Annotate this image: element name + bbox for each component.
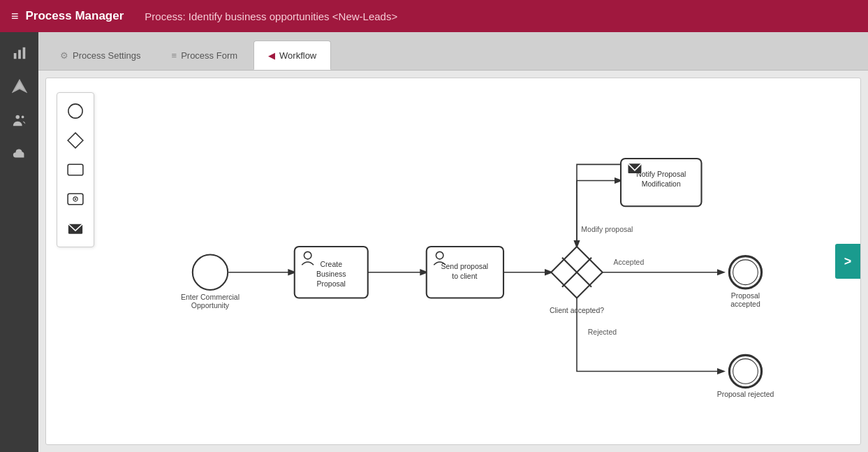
svg-point-4 [15,115,20,119]
start-event-node [193,255,228,290]
svg-point-11 [75,198,76,200]
svg-text:Opportunity: Opportunity [191,301,230,309]
task-tool[interactable] [63,157,88,182]
tab-process-settings[interactable]: ⚙ Process Settings [45,41,156,70]
svg-text:accepted: accepted [730,300,760,308]
topbar: ≡ Process Manager Process: Identify busi… [0,0,868,32]
svg-text:Create: Create [320,260,342,268]
svg-text:Send proposal: Send proposal [441,262,488,270]
svg-rect-0 [13,53,16,59]
svg-text:Business: Business [316,270,346,278]
process-title: Process: Identify business opportunities… [145,10,397,22]
sidebar-item-navigation[interactable] [4,71,35,102]
tabs-bar: ⚙ Process Settings ≡ Process Form ◀ Work… [38,32,868,71]
main-layout: ⚙ Process Settings ≡ Process Form ◀ Work… [0,32,868,452]
toolbox [57,92,94,247]
start-event-tool[interactable] [63,99,88,124]
svg-text:Modification: Modification [642,180,681,188]
svg-rect-2 [22,48,25,59]
workflow-canvas: Accepted Rejected Modify proposal Enter … [45,78,861,445]
svg-text:to client: to client [452,272,477,280]
app-title: Process Manager [26,9,124,23]
expand-panel-button[interactable]: > [835,244,860,279]
svg-text:Client accepted?: Client accepted? [550,306,604,314]
sidebar [0,32,38,452]
svg-rect-8 [68,164,83,175]
svg-point-5 [21,116,24,119]
svg-text:Accepted: Accepted [614,258,645,266]
svg-point-36 [733,260,758,285]
tab-process-form-label: Process Form [181,50,237,61]
hamburger-menu[interactable]: ≡ [11,9,19,24]
tab-workflow[interactable]: ◀ Workflow [253,41,331,70]
tab-process-form[interactable]: ≡ Process Form [157,41,253,70]
svg-marker-3 [13,80,25,92]
svg-text:Proposal: Proposal [731,291,760,300]
gateway-tool[interactable] [63,128,88,153]
bpmn-diagram: Accepted Rejected Modify proposal Enter … [98,85,850,437]
chevron-right-icon: > [844,254,852,269]
svg-text:Enter Commercial: Enter Commercial [181,293,240,301]
svg-text:Modify proposal: Modify proposal [581,225,633,233]
message-task-tool[interactable] [63,216,88,241]
svg-rect-1 [18,50,21,59]
svg-text:Proposal: Proposal [317,279,346,288]
workflow-icon: ◀ [268,50,275,61]
svg-text:Notify Proposal: Notify Proposal [636,170,686,178]
svg-point-39 [733,359,758,384]
tab-workflow-label: Workflow [279,50,316,61]
tab-process-settings-label: Process Settings [73,50,141,61]
main-area: ⚙ Process Settings ≡ Process Form ◀ Work… [38,32,868,452]
settings-icon: ⚙ [60,50,68,61]
svg-text:Proposal rejected: Proposal rejected [717,390,774,398]
svg-point-6 [68,104,82,118]
svg-text:Rejected: Rejected [588,328,617,336]
svg-marker-7 [68,133,83,148]
sidebar-item-people[interactable] [4,105,35,136]
service-task-tool[interactable] [63,187,88,212]
sidebar-item-cloud[interactable] [4,138,35,169]
sidebar-item-reports[interactable] [4,38,35,68]
form-icon: ≡ [172,50,177,61]
